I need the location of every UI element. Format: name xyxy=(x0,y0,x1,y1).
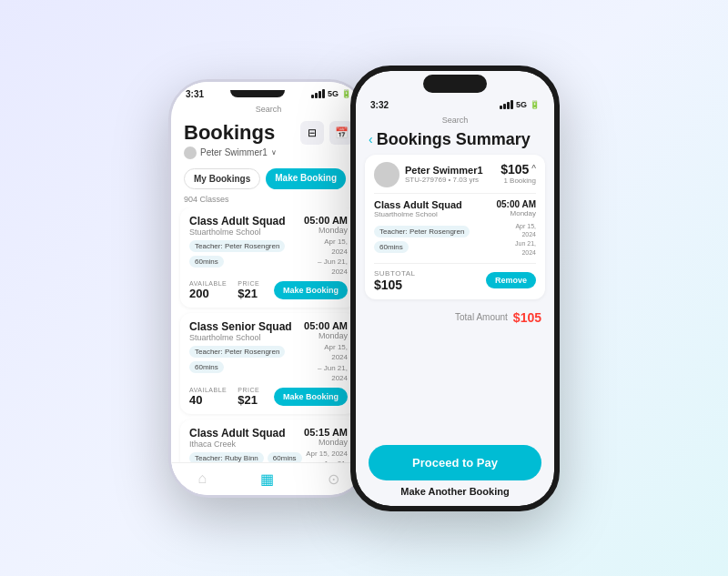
class-count: 904 Classes xyxy=(171,195,366,207)
class-info-right: 05:00 AM Monday xyxy=(304,215,348,235)
summary-price-right: $105 ^ 1 Booking xyxy=(500,162,536,185)
summary-date: Apr 15, 2024 Jun 21, 2024 xyxy=(501,222,536,258)
user-name-label: Peter Swimmer1 xyxy=(200,147,268,157)
class-day: Monday xyxy=(304,226,348,235)
summary-class-name: Class Adult Squad xyxy=(374,199,462,210)
class-date: Apr 15, 2024 – Jun 21, 2024 xyxy=(310,237,348,278)
summary-class-right: 05:00 AM Monday xyxy=(496,199,536,217)
list-item: Class Adult Squad Ithaca Creek 05:15 AM … xyxy=(180,419,357,462)
right-phone: 3:32 5G 🔋 Search ‹ Boo xyxy=(350,66,560,511)
signal-bar-4 xyxy=(322,89,325,98)
class-info-left: Class Adult Squad Stuartholme School xyxy=(189,215,286,237)
spacer xyxy=(356,330,554,445)
summary-class-day: Monday xyxy=(496,209,536,217)
price-block-2: PRICE $21 xyxy=(238,387,259,407)
class-bottom: AVAILABLE 200 PRICE $21 Make Booking xyxy=(189,280,348,300)
price-val: $21 xyxy=(238,287,259,300)
class-card-header-2: Class Senior Squad Stuartholme School 05… xyxy=(189,320,348,342)
filter-icon: ⊟ xyxy=(308,126,317,139)
class-info-left-2: Class Senior Squad Stuartholme School xyxy=(189,320,292,342)
summary-booking-count: 1 Booking xyxy=(500,177,536,185)
summary-price-row: $105 ^ xyxy=(500,162,536,177)
class-name-2: Class Senior Squad xyxy=(189,320,292,333)
list-item: Class Senior Squad Stuartholme School 05… xyxy=(180,313,357,414)
available-block: AVAILABLE 200 xyxy=(189,280,227,300)
nav-profile[interactable]: ⊙ xyxy=(328,470,339,488)
summary-user-sub: STU-279769 • 7.03 yrs xyxy=(405,176,483,184)
right-signal-bar-2 xyxy=(503,104,506,109)
total-label: Total Amount xyxy=(455,312,508,322)
summary-class-time: 05:00 AM xyxy=(496,199,536,209)
subtotal-val: $105 xyxy=(374,278,416,292)
class-info-right-2: 05:00 AM Monday xyxy=(304,320,348,340)
remove-button[interactable]: Remove xyxy=(486,272,536,288)
left-title-row: Bookings ⊟ 📅 xyxy=(184,121,353,145)
teacher-tag-2: Teacher: Peter Rosengren xyxy=(189,346,285,358)
class-tags-2: Teacher: Peter Rosengren 60mins xyxy=(189,346,310,373)
list-item: Class Adult Squad Stuartholme School 05:… xyxy=(180,207,357,308)
user-row[interactable]: Peter Swimmer1 ∨ xyxy=(184,147,353,159)
class-time-3: 05:15 AM xyxy=(304,427,348,438)
summary-card: Peter Swimmer1 STU-279769 • 7.03 yrs $10… xyxy=(365,155,545,299)
price-label: PRICE xyxy=(238,280,259,287)
available-val: 200 xyxy=(189,287,227,300)
calendar-icon: 📅 xyxy=(335,126,349,139)
filter-icon-btn[interactable]: ⊟ xyxy=(300,121,324,145)
nav-home[interactable]: ⌂ xyxy=(197,470,207,487)
teacher-tag-3: Teacher: Ruby Binn xyxy=(189,452,264,462)
phones-container: 3:31 5G 🔋 Search Bookin xyxy=(168,66,560,511)
signal-bar-3 xyxy=(318,91,321,98)
left-time: 3:31 xyxy=(186,89,204,99)
back-row: ‹ Bookings Summary xyxy=(369,130,541,149)
make-another-booking-link[interactable]: Make Another Booking xyxy=(356,486,554,506)
class-time: 05:00 AM xyxy=(304,215,348,226)
tab-my-bookings[interactable]: My Bookings xyxy=(184,168,260,189)
summary-class-left: Class Adult Squad Stuartholme School xyxy=(374,199,462,222)
summary-avatar xyxy=(374,162,399,187)
class-name: Class Adult Squad xyxy=(189,215,286,227)
class-tags-3: Teacher: Ruby Binn 60mins xyxy=(189,452,302,462)
class-date-3: Apr 15, 2024 – Jun 21, xyxy=(306,449,348,462)
make-booking-button-1[interactable]: Make Booking xyxy=(274,281,348,299)
left-phone-screen: 3:31 5G 🔋 Search Bookin xyxy=(171,82,366,495)
dynamic-island xyxy=(423,75,487,93)
signal-bar-2 xyxy=(315,93,318,98)
class-card-header: Class Adult Squad Stuartholme School 05:… xyxy=(189,215,348,237)
tab-make-booking[interactable]: Make Booking xyxy=(266,168,346,189)
left-header: Bookings ⊟ 📅 Peter Swimmer1 ∨ xyxy=(171,116,366,163)
nav-calendar[interactable]: ▦ xyxy=(260,470,274,488)
summary-user-name: Peter Swimmer1 xyxy=(405,165,483,176)
avatar xyxy=(184,147,197,159)
class-day-3: Monday xyxy=(304,438,348,447)
duration-tag-2: 60mins xyxy=(189,361,224,373)
class-day-2: Monday xyxy=(304,331,348,340)
class-school-2: Stuartholme School xyxy=(189,333,292,342)
class-card-header-3: Class Adult Squad Ithaca Creek 05:15 AM … xyxy=(189,427,348,449)
subtotal-row: SUBTOTAL $105 Remove xyxy=(374,263,536,292)
proceed-to-pay-button[interactable]: Proceed to Pay xyxy=(369,445,541,480)
summary-total-price: $105 xyxy=(500,162,529,177)
summary-user-details: Peter Swimmer1 STU-279769 • 7.03 yrs xyxy=(405,165,483,184)
avail-price-2: AVAILABLE 40 PRICE $21 xyxy=(189,387,259,407)
right-time: 3:32 xyxy=(370,100,389,110)
right-signal-bars xyxy=(500,100,513,109)
home-icon: ⌂ xyxy=(197,470,207,487)
calendar-nav-icon: ▦ xyxy=(260,470,274,488)
right-status-icons: 5G 🔋 xyxy=(500,100,540,109)
summary-class-row: Class Adult Squad Stuartholme School 05:… xyxy=(374,199,536,222)
class-bottom-2: AVAILABLE 40 PRICE $21 Make Booking xyxy=(189,387,348,407)
summary-user-info: Peter Swimmer1 STU-279769 • 7.03 yrs xyxy=(374,162,483,187)
make-booking-button-2[interactable]: Make Booking xyxy=(274,388,348,406)
header-icons: ⊟ 📅 xyxy=(300,121,353,145)
right-search-label: Search xyxy=(356,114,554,126)
class-date-2: Apr 15, 2024 – Jun 21, 2024 xyxy=(310,342,348,383)
summary-teacher-tag: Teacher: Peter Rosengren xyxy=(374,226,470,237)
right-signal-bar-3 xyxy=(507,102,510,109)
teacher-tag: Teacher: Peter Rosengren xyxy=(189,240,285,252)
classes-list: Class Adult Squad Stuartholme School 05:… xyxy=(171,207,366,462)
back-arrow-icon[interactable]: ‹ xyxy=(369,132,373,147)
price-val-2: $21 xyxy=(238,393,259,407)
left-page-title: Bookings xyxy=(184,121,275,145)
profile-icon: ⊙ xyxy=(328,470,339,488)
class-info-right-3: 05:15 AM Monday xyxy=(304,427,348,447)
